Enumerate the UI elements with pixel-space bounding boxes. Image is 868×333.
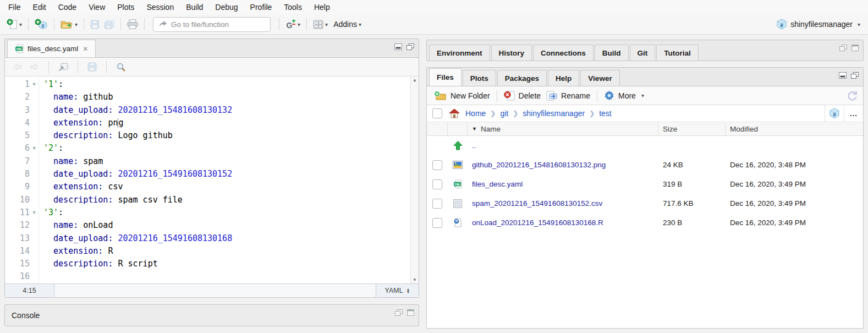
line-number-gutter[interactable]: 1▼ bbox=[5, 78, 39, 91]
file-checkbox[interactable] bbox=[432, 218, 442, 228]
line-number-gutter[interactable]: 6▼ bbox=[5, 142, 39, 155]
menu-build[interactable]: Build bbox=[180, 0, 209, 14]
goto-file-search[interactable] bbox=[153, 17, 271, 32]
menu-tools[interactable]: Tools bbox=[278, 0, 308, 14]
editor-line[interactable]: 9 extension: csv bbox=[5, 181, 410, 193]
editor-line[interactable]: 4 extension: png bbox=[5, 117, 410, 129]
refresh-icon[interactable] bbox=[846, 89, 859, 102]
more-button[interactable]: More ▾ bbox=[601, 90, 647, 101]
panes-layout-button[interactable]: ▾ bbox=[311, 18, 330, 31]
editor-line[interactable]: 10 description: spam csv file bbox=[5, 194, 410, 206]
fold-arrow-icon[interactable]: ▼ bbox=[30, 78, 39, 91]
editor-line[interactable]: 7 name: spam bbox=[5, 155, 410, 168]
line-number-gutter[interactable]: 11▼ bbox=[5, 206, 39, 219]
tab-build[interactable]: Build bbox=[595, 45, 629, 61]
maximize-icon[interactable] bbox=[407, 309, 414, 316]
editor-line[interactable]: 15 description: R script bbox=[5, 258, 410, 270]
goto-file-input[interactable] bbox=[171, 20, 259, 29]
editor-line[interactable]: 16 bbox=[5, 270, 410, 283]
editor-line[interactable]: 12 name: onLoad bbox=[5, 219, 410, 232]
new-file-button[interactable]: ▾ bbox=[4, 17, 24, 31]
menu-help[interactable]: Help bbox=[308, 0, 336, 14]
editor-line[interactable]: 14 extension: R bbox=[5, 245, 410, 258]
new-folder-button[interactable]: New Folder bbox=[431, 91, 493, 101]
popout-button[interactable] bbox=[56, 61, 70, 73]
menu-edit[interactable]: Edit bbox=[27, 0, 52, 14]
menu-profile[interactable]: Profile bbox=[244, 0, 278, 14]
home-icon[interactable] bbox=[449, 108, 460, 118]
file-checkbox[interactable] bbox=[432, 199, 442, 209]
breadcrumb-shinyfilesmanager[interactable]: shinyfilesmanager bbox=[523, 109, 585, 118]
open-file-button[interactable]: ▾ bbox=[58, 18, 80, 31]
breadcrumb-git[interactable]: git bbox=[500, 109, 508, 118]
editor-line[interactable]: 1▼'1': bbox=[5, 78, 410, 91]
save-all-button[interactable] bbox=[102, 18, 117, 31]
file-link[interactable]: onLoad_20201216_15491608130168.R bbox=[468, 219, 603, 227]
tab-files[interactable]: Files bbox=[429, 68, 462, 86]
chevron-down-icon[interactable]: ▾ bbox=[19, 21, 22, 28]
menu-view[interactable]: View bbox=[83, 0, 111, 14]
delete-button[interactable]: Delete bbox=[501, 91, 543, 101]
tab-tutorial[interactable]: Tutorial bbox=[656, 45, 699, 61]
file-checkbox[interactable] bbox=[432, 160, 442, 170]
git-button[interactable]: G ▾ bbox=[283, 17, 303, 31]
tab-viewer[interactable]: Viewer bbox=[580, 70, 619, 86]
back-button[interactable] bbox=[10, 61, 24, 73]
chevron-down-icon[interactable]: ▾ bbox=[325, 21, 328, 28]
file-link[interactable]: files_desc.yaml bbox=[468, 180, 523, 188]
file-link[interactable]: spam_20201216_15491608130152.csv bbox=[468, 199, 602, 208]
column-header-size[interactable]: Size bbox=[658, 122, 726, 135]
language-mode-selector[interactable]: YAML ▲▼ bbox=[376, 284, 419, 297]
breadcrumb-home[interactable]: Home bbox=[465, 109, 486, 118]
rename-button[interactable]: Rename bbox=[543, 91, 593, 101]
editor-line[interactable]: 13 date_upload: 20201216_15491608130168 bbox=[5, 232, 410, 245]
menu-code[interactable]: Code bbox=[52, 0, 83, 14]
tab-plots[interactable]: Plots bbox=[463, 70, 496, 86]
breadcrumb-test[interactable]: test bbox=[599, 109, 612, 118]
cursor-position[interactable]: 4:15 bbox=[5, 284, 54, 297]
project-directory-button[interactable]: R bbox=[825, 105, 844, 122]
restore-icon[interactable] bbox=[395, 309, 403, 316]
file-checkbox[interactable] bbox=[432, 179, 442, 189]
editor-line[interactable]: 6▼'2': bbox=[5, 142, 410, 155]
editor-line[interactable]: 5 description: Logo github bbox=[5, 129, 410, 142]
restore-icon[interactable] bbox=[839, 45, 847, 51]
tab-environment[interactable]: Environment bbox=[429, 45, 490, 61]
parent-directory-link[interactable]: .. bbox=[468, 141, 476, 150]
menu-plots[interactable]: Plots bbox=[111, 0, 140, 14]
tab-connections[interactable]: Connections bbox=[533, 45, 594, 61]
addins-button[interactable]: Addins ▾ bbox=[330, 20, 365, 29]
chevron-down-icon[interactable]: ▾ bbox=[75, 21, 78, 28]
save-button[interactable] bbox=[88, 18, 102, 31]
close-tab-icon[interactable]: ✕ bbox=[83, 45, 88, 53]
scroll-up-icon[interactable]: ▲ bbox=[413, 77, 417, 84]
fold-arrow-icon[interactable]: ▼ bbox=[30, 142, 39, 155]
column-header-name[interactable]: ▼ Name bbox=[468, 122, 658, 135]
tab-files-desc-yaml[interactable]: YML files_desc.yaml ✕ bbox=[7, 40, 96, 57]
tab-help[interactable]: Help bbox=[548, 70, 579, 86]
save-source-button[interactable] bbox=[85, 61, 99, 73]
print-button[interactable] bbox=[125, 18, 140, 31]
editor-line[interactable]: 3 date_upload: 20201216_15481608130132 bbox=[5, 104, 410, 117]
editor-line[interactable]: 2 name: github bbox=[5, 91, 410, 103]
tab-history[interactable]: History bbox=[491, 45, 532, 61]
tab-git[interactable]: Git bbox=[630, 45, 656, 61]
file-link[interactable]: github_20201216_15481608130132.png bbox=[468, 161, 606, 169]
editor-scrollbar[interactable]: ▲ ▼ bbox=[410, 77, 419, 283]
restore-icon[interactable] bbox=[851, 72, 859, 79]
menu-debug[interactable]: Debug bbox=[209, 0, 244, 14]
editor-body[interactable]: 1▼'1':2 name: github3 date_upload: 20201… bbox=[5, 77, 419, 283]
fold-arrow-icon[interactable]: ▼ bbox=[30, 206, 39, 219]
minimize-icon[interactable] bbox=[839, 72, 847, 79]
scroll-down-icon[interactable]: ▼ bbox=[413, 276, 417, 283]
restore-icon[interactable] bbox=[406, 43, 414, 50]
new-project-button[interactable]: R bbox=[32, 17, 50, 31]
chevron-down-icon[interactable]: ▾ bbox=[298, 21, 300, 28]
maximize-icon[interactable] bbox=[851, 45, 859, 51]
select-all-checkbox[interactable] bbox=[432, 108, 442, 118]
more-directories-button[interactable]: ... bbox=[844, 105, 863, 122]
column-header-modified[interactable]: Modified bbox=[726, 122, 863, 135]
editor-line[interactable]: 8 date_upload: 20201216_15491608130152 bbox=[5, 168, 410, 181]
menu-session[interactable]: Session bbox=[140, 0, 180, 14]
forward-button[interactable] bbox=[28, 61, 41, 73]
